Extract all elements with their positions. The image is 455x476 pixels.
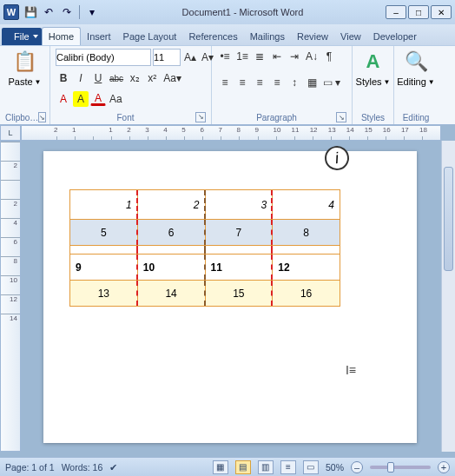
status-page[interactable]: Page: 1 of 1 — [5, 462, 55, 473]
show-marks-button[interactable]: ¶ — [321, 49, 337, 64]
view-draft-button[interactable]: ▭ — [303, 460, 319, 474]
multilevel-button[interactable]: ≣ — [252, 49, 267, 64]
decrease-indent-button[interactable]: ⇤ — [269, 49, 285, 64]
page[interactable]: i 1 2 3 4 5 6 7 8 9 10 — [43, 151, 417, 443]
table-cell[interactable]: 7 — [205, 220, 273, 246]
save-button[interactable]: 💾 — [23, 4, 38, 20]
table-cell[interactable] — [70, 246, 138, 255]
tab-review[interactable]: Review — [291, 28, 334, 45]
table-cell[interactable]: 4 — [273, 190, 340, 220]
table-cell[interactable]: 1 — [70, 190, 138, 220]
view-print-layout-button[interactable]: ▦ — [213, 460, 228, 474]
tab-home[interactable]: Home — [42, 27, 81, 45]
table-row[interactable] — [70, 246, 340, 255]
table-cell[interactable]: 8 — [273, 220, 340, 246]
table-cell[interactable] — [205, 246, 273, 255]
table-cell[interactable]: 3 — [205, 190, 273, 220]
tab-mailings[interactable]: Mailings — [244, 28, 291, 45]
shading-button[interactable]: ▦ — [304, 75, 320, 90]
group-font: A▴ A▾ B I U abc x₂ x² Aa▾ A A A Aa Font … — [50, 46, 212, 124]
table-row[interactable]: 13 14 15 16 — [70, 281, 340, 307]
clipboard-dialog-launcher[interactable]: ↘ — [38, 112, 46, 122]
file-tab[interactable]: File — [2, 28, 42, 45]
table-cell[interactable]: 16 — [273, 281, 340, 307]
text-effects-button[interactable]: A — [56, 91, 71, 107]
zoom-percent[interactable]: 50% — [326, 462, 344, 473]
sort-button[interactable]: A↓ — [304, 49, 320, 64]
table-row[interactable]: 9 10 11 12 — [70, 255, 340, 281]
numbering-button[interactable]: 1≡ — [234, 49, 250, 64]
bold-button[interactable]: B — [56, 70, 71, 86]
subscript-button[interactable]: x₂ — [127, 70, 142, 86]
table-row[interactable]: 1 2 3 4 — [70, 190, 340, 220]
minimize-button[interactable]: – — [386, 5, 406, 19]
find-icon: 🔍 — [403, 49, 429, 75]
scrollbar-thumb[interactable] — [444, 167, 453, 271]
font-face-combo[interactable] — [56, 49, 151, 66]
word-table[interactable]: 1 2 3 4 5 6 7 8 9 10 11 12 — [69, 189, 340, 307]
ruler-corner[interactable]: L — [0, 125, 21, 141]
table-cell[interactable] — [137, 246, 205, 255]
horizontal-ruler[interactable]: 21 1 23 45 67 89 1011 1213 1415 1617 18 — [21, 125, 441, 141]
styles-label: Styles — [356, 76, 382, 87]
justify-button[interactable]: ≡ — [269, 75, 285, 90]
vertical-scrollbar[interactable] — [441, 141, 455, 452]
maximize-button[interactable]: □ — [408, 5, 429, 19]
table-cell[interactable]: 9 — [70, 255, 138, 281]
table-cell[interactable]: 11 — [205, 255, 273, 281]
tab-page-layout[interactable]: Page Layout — [117, 28, 183, 45]
table-row[interactable]: 5 6 7 8 — [70, 220, 340, 246]
font-dialog-launcher[interactable]: ↘ — [195, 112, 206, 122]
italic-button[interactable]: I — [73, 70, 89, 86]
grow-font-button[interactable]: A▴ — [182, 50, 198, 65]
highlight-button[interactable]: A — [73, 91, 89, 107]
zoom-in-button[interactable]: + — [438, 461, 450, 473]
view-outline-button[interactable]: ≡ — [280, 460, 296, 474]
case-button[interactable]: Aa▾ — [162, 70, 183, 86]
strike-button[interactable]: abc — [108, 70, 125, 86]
undo-button[interactable]: ↶ — [41, 4, 56, 20]
paragraph-dialog-launcher[interactable]: ↘ — [336, 112, 346, 122]
align-left-button[interactable]: ≡ — [217, 75, 233, 90]
qat-more-button[interactable]: ▾ — [84, 4, 100, 20]
tab-view[interactable]: View — [334, 28, 367, 45]
redo-button[interactable]: ↷ — [59, 4, 75, 20]
tab-insert[interactable]: Insert — [81, 28, 117, 45]
table-cell[interactable]: 15 — [205, 281, 273, 307]
font-color-button[interactable]: A — [90, 92, 106, 106]
align-right-button[interactable]: ≡ — [252, 75, 267, 90]
proofing-icon[interactable]: ✔ — [109, 462, 117, 473]
superscript-button[interactable]: x² — [144, 70, 160, 86]
close-button[interactable]: ✕ — [431, 5, 452, 19]
tab-references[interactable]: References — [182, 28, 243, 45]
table-cell[interactable]: 2 — [137, 190, 205, 220]
clear-formatting-button[interactable]: Aa — [108, 91, 124, 107]
borders-button[interactable]: ▭ ▾ — [321, 75, 342, 90]
stamp-icon: i — [323, 144, 351, 172]
bullets-button[interactable]: •≡ — [217, 49, 233, 64]
line-spacing-button[interactable]: ↕ — [287, 75, 302, 90]
table-cell[interactable]: 6 — [137, 220, 205, 246]
zoom-slider-knob[interactable] — [387, 462, 394, 473]
table-cell[interactable]: 10 — [137, 255, 205, 281]
vertical-ruler[interactable]: 2 2 46 810 1214 — [0, 141, 21, 452]
table-cell[interactable]: 13 — [70, 281, 138, 307]
table-cell[interactable]: 14 — [137, 281, 205, 307]
view-web-button[interactable]: ▥ — [258, 460, 274, 474]
title-bar: W 💾 ↶ ↷ ▾ Document1 - Microsoft Word – □… — [0, 0, 455, 24]
table-cell[interactable]: 5 — [70, 220, 138, 246]
underline-button[interactable]: U — [90, 70, 106, 86]
status-words[interactable]: Words: 16 — [62, 462, 103, 473]
table-cell[interactable] — [273, 246, 340, 255]
styles-button[interactable]: A Styles▼ — [358, 49, 388, 87]
table-cell[interactable]: 12 — [273, 255, 340, 281]
editing-button[interactable]: 🔍 Editing▼ — [399, 49, 432, 87]
view-full-screen-button[interactable]: ▤ — [235, 460, 251, 474]
zoom-out-button[interactable]: – — [351, 461, 363, 473]
font-size-combo[interactable] — [153, 49, 181, 66]
paste-button[interactable]: 📋 Paste▼ — [5, 49, 44, 87]
align-center-button[interactable]: ≡ — [234, 75, 250, 90]
tab-developer[interactable]: Developer — [367, 28, 423, 45]
increase-indent-button[interactable]: ⇥ — [287, 49, 302, 64]
zoom-slider[interactable] — [370, 466, 431, 469]
